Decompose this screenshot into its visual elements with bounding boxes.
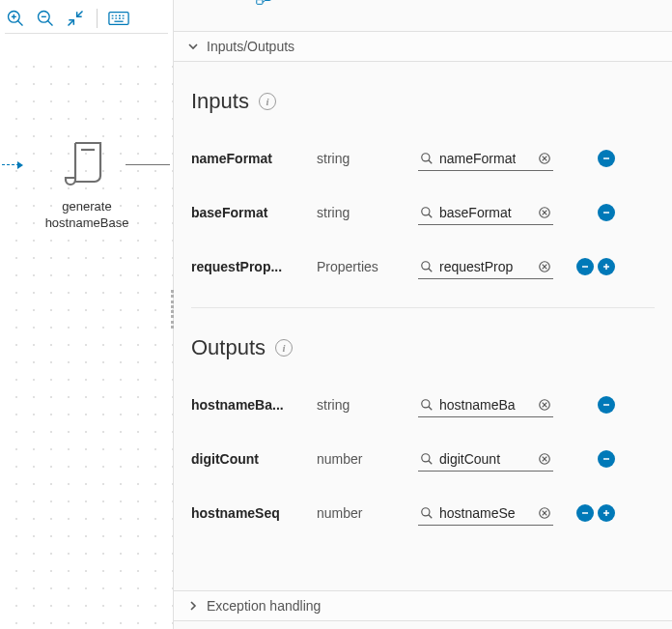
row-actions xyxy=(563,450,619,468)
clear-icon[interactable] xyxy=(538,452,551,466)
canvas-pane: generate hostnameBase xyxy=(0,0,174,629)
script-icon xyxy=(64,137,110,192)
svg-line-50 xyxy=(429,460,433,464)
param-type: number xyxy=(317,505,418,521)
info-icon[interactable]: i xyxy=(259,93,276,110)
input-row: nameFormat string nameFormat xyxy=(191,131,655,186)
param-name: baseFormat xyxy=(191,205,317,220)
param-type: string xyxy=(317,397,418,413)
connector-in-arrow xyxy=(2,164,21,166)
value-text: digitCount xyxy=(439,451,500,467)
section-exception-header[interactable]: Exception handling xyxy=(174,590,672,621)
keyboard-icon xyxy=(108,10,129,27)
properties-panel: Inputs/Outputs Inputs i nameFormat strin… xyxy=(174,0,672,629)
value-text: hostnameBa xyxy=(439,397,516,413)
value-field[interactable]: hostnameBa xyxy=(418,392,553,417)
svg-line-7 xyxy=(69,19,74,25)
remove-button[interactable] xyxy=(598,450,615,468)
output-row: hostnameSeq number hostnameSe xyxy=(191,486,655,540)
add-button[interactable] xyxy=(598,258,615,275)
row-actions xyxy=(563,150,619,167)
row-actions xyxy=(563,204,619,221)
remove-button[interactable] xyxy=(598,204,615,221)
value-text: requestProp xyxy=(439,259,513,274)
svg-rect-20 xyxy=(257,0,263,4)
value-text: hostnameSe xyxy=(439,505,516,521)
value-field[interactable]: hostnameSe xyxy=(418,500,553,526)
section-title: Exception handling xyxy=(207,598,321,614)
output-row: hostnameBa... string hostnameBa xyxy=(191,378,655,432)
divider xyxy=(191,307,655,308)
svg-line-8 xyxy=(77,11,83,16)
output-row: digitCount number digitCount xyxy=(191,432,655,486)
row-actions xyxy=(563,504,619,522)
value-field[interactable]: requestProp xyxy=(418,254,553,279)
clear-icon[interactable] xyxy=(538,206,551,219)
zoom-in-icon xyxy=(6,9,25,28)
association-icon[interactable] xyxy=(256,0,275,14)
outputs-title: Outputs xyxy=(191,335,266,360)
param-name: nameFormat xyxy=(191,151,317,166)
row-actions xyxy=(563,258,619,275)
clear-icon[interactable] xyxy=(538,506,551,520)
search-icon xyxy=(420,206,434,219)
input-row: baseFormat string baseFormat xyxy=(191,186,655,240)
toolbar-divider xyxy=(97,9,98,28)
chevron-right-icon xyxy=(187,600,199,612)
value-field[interactable]: baseFormat xyxy=(418,200,553,225)
svg-line-1 xyxy=(18,20,23,25)
remove-button[interactable] xyxy=(576,258,594,275)
remove-button[interactable] xyxy=(576,504,594,522)
section-body: Inputs i nameFormat string nameFormat ba… xyxy=(174,62,672,590)
inputs-title: Inputs xyxy=(191,89,249,114)
clear-icon[interactable] xyxy=(538,152,551,165)
outputs-rows: hostnameBa... string hostnameBa digitCou… xyxy=(191,378,655,540)
param-type: Properties xyxy=(317,259,418,274)
inputs-heading-row: Inputs i xyxy=(191,89,655,114)
value-field[interactable]: digitCount xyxy=(418,446,553,472)
value-text: nameFormat xyxy=(439,151,516,166)
remove-button[interactable] xyxy=(598,150,615,167)
workflow-node[interactable]: generate hostnameBase xyxy=(58,137,116,232)
value-field[interactable]: nameFormat xyxy=(418,146,553,171)
canvas-resize-handle[interactable] xyxy=(171,290,175,329)
svg-point-55 xyxy=(422,507,430,515)
param-name: hostnameBa... xyxy=(191,397,317,413)
zoom-group xyxy=(5,8,86,29)
svg-point-35 xyxy=(422,261,430,269)
svg-line-5 xyxy=(48,20,53,25)
param-name: requestProp... xyxy=(191,259,317,274)
zoom-out-icon xyxy=(36,9,55,28)
param-name: digitCount xyxy=(191,451,317,467)
chevron-down-icon xyxy=(187,41,199,52)
keyboard-button[interactable] xyxy=(108,8,129,29)
zoom-out-button[interactable] xyxy=(35,8,56,29)
param-type: string xyxy=(317,205,418,220)
connector-out xyxy=(126,164,170,165)
node-label: generate hostnameBase xyxy=(45,199,129,232)
param-type: string xyxy=(317,151,418,166)
svg-point-49 xyxy=(422,453,430,461)
add-button[interactable] xyxy=(598,504,615,522)
clear-icon[interactable] xyxy=(538,398,551,412)
canvas-toolbar xyxy=(5,3,168,34)
panel-top-strip xyxy=(174,0,672,31)
search-icon xyxy=(420,506,434,520)
svg-point-43 xyxy=(422,399,430,407)
input-row: requestProp... Properties requestProp xyxy=(191,240,655,294)
search-icon xyxy=(420,398,434,412)
search-icon xyxy=(420,260,434,273)
remove-button[interactable] xyxy=(598,396,615,414)
svg-line-44 xyxy=(429,406,433,410)
clear-icon[interactable] xyxy=(538,260,551,273)
param-name: hostnameSeq xyxy=(191,505,317,521)
param-type: number xyxy=(317,451,418,467)
info-icon[interactable]: i xyxy=(275,339,293,357)
fit-to-screen-button[interactable] xyxy=(65,8,86,29)
svg-point-29 xyxy=(422,207,430,214)
section-inputs-outputs-header[interactable]: Inputs/Outputs xyxy=(174,31,672,62)
row-actions xyxy=(563,396,619,414)
svg-line-36 xyxy=(429,268,433,272)
zoom-in-button[interactable] xyxy=(5,8,26,29)
search-icon xyxy=(420,452,434,466)
